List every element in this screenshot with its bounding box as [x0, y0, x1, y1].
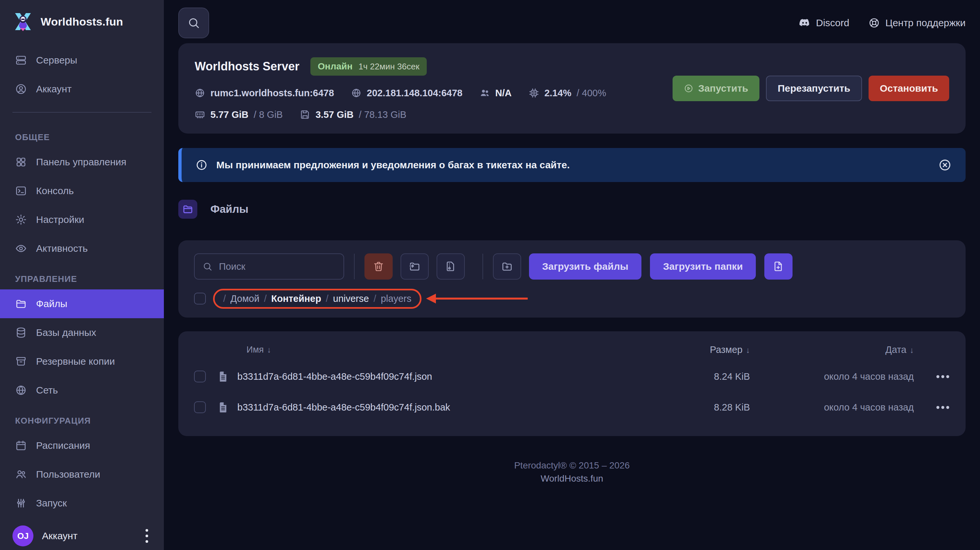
ip-value: 202.181.148.104:6478 — [367, 88, 463, 98]
row-checkbox[interactable] — [194, 371, 206, 382]
hostname-value: rumc1.worldhosts.fun:6478 — [210, 88, 334, 98]
trash-icon — [373, 261, 385, 273]
brand[interactable]: Worldhosts.fun — [0, 11, 164, 32]
toolbar-divider — [482, 254, 483, 279]
sidebar-item-users[interactable]: Пользователи — [0, 460, 164, 489]
archive-files-button[interactable] — [437, 254, 465, 280]
server-name: Worldhosts Server — [195, 60, 299, 73]
sidebar-item-label: Серверы — [36, 55, 77, 66]
sidebar-item-label: Консоль — [36, 185, 74, 197]
sidebar-item-backups[interactable]: Резервные копии — [0, 347, 164, 376]
account-menu-kebab-icon[interactable] — [143, 526, 151, 545]
upload-folders-button[interactable]: Загрузить папки — [650, 254, 756, 280]
sidebar-item-activity[interactable]: Активность — [0, 234, 164, 263]
file-name[interactable]: b3311d7a-6d81-4bbe-a48e-c59b4f09c74f.jso… — [237, 371, 658, 382]
sidebar-item-label: Аккаунт — [36, 84, 72, 95]
breadcrumb-container[interactable]: Контейнер — [271, 293, 321, 304]
files-section-title: Файлы — [210, 203, 248, 216]
file-date: около 4 часов назад — [750, 371, 914, 382]
main-content: Discord Центр поддержки Worldhosts Serve… — [164, 0, 980, 550]
info-icon — [195, 159, 208, 171]
sidebar-item-label: Запуск — [36, 498, 67, 509]
column-header-date[interactable]: Дата↓ — [750, 344, 914, 355]
upload-files-button[interactable]: Загрузить файлы — [529, 254, 641, 280]
sidebar-item-network[interactable]: Сеть — [0, 376, 164, 405]
server-stats-row-2: 5.77 GiB / 8 GiB 3.57 GiB / 78.13 GiB — [195, 108, 949, 121]
power-actions: Запустить Перезапустить Остановить — [673, 76, 949, 101]
column-header-name[interactable]: Имя↓ — [237, 345, 658, 355]
file-name[interactable]: b3311d7a-6d81-4bbe-a48e-c59b4f09c74f.jso… — [237, 402, 658, 413]
sliders-icon — [15, 497, 27, 509]
sidebar-item-label: Настройки — [36, 214, 84, 225]
row-menu-kebab-icon[interactable] — [936, 372, 950, 381]
cpu-used: 2.14% — [544, 88, 571, 98]
stat-cpu: 2.14% / 400% — [529, 88, 606, 98]
notice-close-button[interactable] — [938, 158, 952, 172]
sidebar-account[interactable]: OJ Аккаунт — [0, 518, 164, 550]
start-button[interactable]: Запустить — [673, 76, 759, 101]
breadcrumb-separator: / — [326, 293, 328, 304]
annotation-arrow — [426, 294, 528, 303]
folder-icon — [182, 204, 193, 215]
file-search-input[interactable] — [218, 261, 336, 273]
table-row[interactable]: b3311d7a-6d81-4bbe-a48e-c59b4f09c74f.jso… — [194, 393, 950, 422]
select-all-checkbox[interactable] — [194, 293, 206, 304]
move-files-button[interactable] — [401, 254, 429, 280]
stat-memory: 5.77 GiB / 8 GiB — [195, 109, 283, 120]
breadcrumb-players[interactable]: players — [381, 293, 412, 304]
play-circle-icon — [684, 84, 694, 93]
row-menu-kebab-icon[interactable] — [936, 403, 950, 412]
file-toolbar-card: Загрузить файлы Загрузить папки / Домой … — [178, 240, 966, 317]
file-search-box[interactable] — [194, 254, 344, 280]
stat-players: N/A — [479, 88, 512, 98]
file-table-card: Имя↓ Размер↓ Дата↓ b3311d7a-6d81-4bbe-a4… — [178, 331, 966, 436]
delete-files-button[interactable] — [364, 254, 393, 280]
notice-text: Мы принимаем предложения и уведомления о… — [216, 159, 570, 171]
file-size: 8.28 KiB — [658, 402, 750, 413]
sidebar-item-label: Файлы — [36, 298, 67, 309]
global-search-button[interactable] — [178, 8, 209, 38]
sort-desc-icon: ↓ — [910, 346, 914, 355]
sidebar-item-startup[interactable]: Запуск — [0, 489, 164, 518]
sidebar-item-settings[interactable]: Настройки — [0, 205, 164, 234]
file-size: 8.24 KiB — [658, 371, 750, 382]
lifebuoy-icon — [868, 17, 880, 29]
sidebar-section-management: УПРАВЛЕНИЕ — [0, 263, 164, 289]
table-row[interactable]: b3311d7a-6d81-4bbe-a48e-c59b4f09c74f.jso… — [194, 362, 950, 391]
support-link[interactable]: Центр поддержки — [868, 17, 966, 29]
sidebar-item-label: Пользователи — [36, 469, 100, 480]
files-section-header: Файлы — [178, 200, 966, 219]
sidebar-item-label: Панель управления — [36, 157, 127, 168]
sidebar-section-configuration: КОНФИГУРАЦИЯ — [0, 405, 164, 431]
eye-icon — [15, 243, 27, 254]
sidebar-item-label: Сеть — [36, 385, 58, 396]
sidebar-item-account[interactable]: Аккаунт — [0, 74, 164, 103]
stop-button[interactable]: Остановить — [869, 76, 949, 101]
search-icon — [188, 17, 200, 29]
globe-icon — [15, 384, 27, 396]
discord-link[interactable]: Discord — [799, 17, 849, 29]
sidebar-item-servers[interactable]: Серверы — [0, 46, 164, 74]
status-badge: Онлайн 1ч 22мин 36сек — [310, 57, 426, 76]
new-file-button[interactable] — [764, 254, 792, 280]
breadcrumb-separator: / — [223, 293, 226, 304]
notice-banner: Мы принимаем предложения и уведомления о… — [178, 148, 966, 182]
sidebar-item-files[interactable]: Файлы — [0, 289, 164, 318]
globe-icon — [195, 88, 205, 98]
sidebar-item-databases[interactable]: Базы данных — [0, 318, 164, 347]
files-badge — [178, 200, 197, 219]
grid-icon — [15, 156, 27, 168]
cpu-icon — [529, 88, 539, 98]
breadcrumb-universe[interactable]: universe — [333, 293, 369, 304]
sidebar-item-schedules[interactable]: Расписания — [0, 431, 164, 460]
restart-button[interactable]: Перезапустить — [766, 76, 862, 101]
breadcrumb-home[interactable]: Домой — [231, 293, 259, 304]
new-folder-button[interactable] — [493, 254, 521, 280]
sidebar-nav: Серверы Аккаунт ОБЩЕЕ Панель управления … — [0, 46, 164, 518]
breadcrumb-separator: / — [374, 293, 376, 304]
file-archive-icon — [445, 261, 457, 273]
sidebar-item-dashboard[interactable]: Панель управления — [0, 147, 164, 176]
column-header-size[interactable]: Размер↓ — [658, 344, 750, 355]
sidebar-item-console[interactable]: Консоль — [0, 176, 164, 205]
row-checkbox[interactable] — [194, 401, 206, 413]
